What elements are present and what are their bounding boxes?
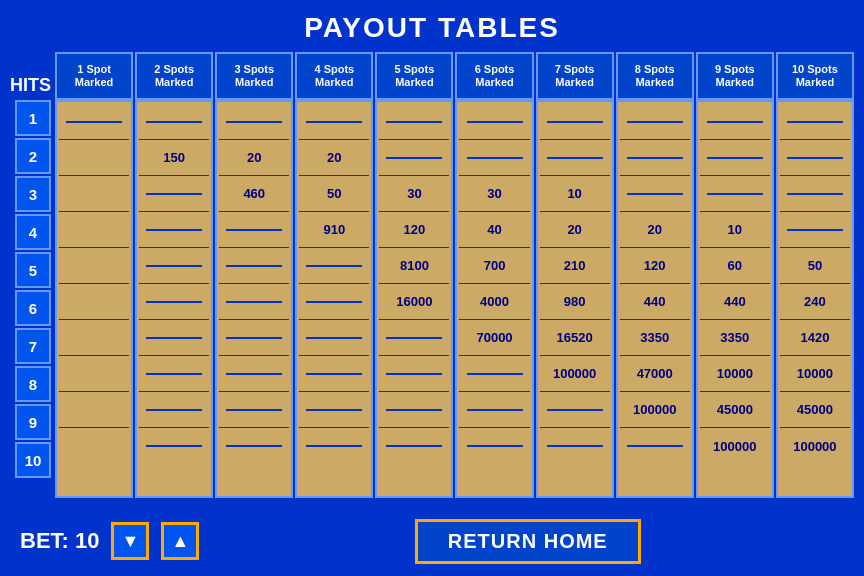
payout-cell [540,392,610,428]
payout-cell [59,104,129,140]
spots-body-10: 5024014201000045000100000 [776,100,854,498]
payout-cell [59,428,129,464]
payout-cell [139,212,209,248]
hit-cell: 10 [15,442,51,478]
hit-cell: 2 [15,138,51,174]
payout-cell [700,176,770,212]
spots-body-5: 30120810016000 [375,100,453,498]
payout-cell [299,284,369,320]
payout-cell [379,104,449,140]
payout-cell: 20 [540,212,610,248]
payout-cell [219,392,289,428]
payout-cell: 20 [219,140,289,176]
payout-cell: 20 [299,140,369,176]
payout-cell [620,176,690,212]
spots-col-10: 10 SpotsMarked5024014201000045000100000 [776,52,854,498]
payout-cell [219,212,289,248]
spots-body-4: 2050910 [295,100,373,498]
hit-cell: 5 [15,252,51,288]
payout-cell: 60 [700,248,770,284]
payout-cell [620,140,690,176]
payout-cell [540,428,610,464]
payout-cell [540,140,610,176]
payout-cell [59,212,129,248]
payout-cell [620,104,690,140]
spots-header-1: 1 SpotMarked [55,52,133,100]
payout-cell [59,140,129,176]
bet-down-button[interactable]: ▼ [111,522,149,560]
spots-header-8: 8 SpotsMarked [616,52,694,100]
spots-header-2: 2 SpotsMarked [135,52,213,100]
payout-cell [219,428,289,464]
spots-header-5: 5 SpotsMarked [375,52,453,100]
page-title: PAYOUT TABLES [0,0,864,52]
payout-cell [299,320,369,356]
spots-container: 1 SpotMarked2 SpotsMarked1503 SpotsMarke… [55,52,854,498]
spots-header-4: 4 SpotsMarked [295,52,373,100]
hit-cell: 4 [15,214,51,250]
payout-cell [299,392,369,428]
payout-cell [139,284,209,320]
payout-cell: 440 [620,284,690,320]
payout-cell [299,248,369,284]
payout-cell: 45000 [700,392,770,428]
hit-cell: 6 [15,290,51,326]
payout-cell: 3350 [620,320,690,356]
payout-cell [379,320,449,356]
spots-body-1 [55,100,133,498]
payout-cell: 30 [379,176,449,212]
payout-cell [459,140,529,176]
payout-cell [379,428,449,464]
payout-cell [139,428,209,464]
payout-cell [219,356,289,392]
payout-cell [219,248,289,284]
payout-cell: 20 [620,212,690,248]
payout-cell [139,320,209,356]
spots-body-7: 102021098016520100000 [536,100,614,498]
payout-cell [780,212,850,248]
payout-cell: 10000 [700,356,770,392]
payout-cell [379,356,449,392]
spots-col-3: 3 SpotsMarked20460 [215,52,293,498]
spots-body-9: 106044033501000045000100000 [696,100,774,498]
spots-col-9: 9 SpotsMarked106044033501000045000100000 [696,52,774,498]
payout-cell: 40 [459,212,529,248]
payout-cell [299,104,369,140]
payout-cell [139,392,209,428]
payout-cell [219,284,289,320]
payout-cell: 100000 [700,428,770,464]
payout-cell [459,392,529,428]
hit-cell: 1 [15,100,51,136]
bet-label: BET: 10 [20,528,99,554]
bet-up-button[interactable]: ▲ [161,522,199,560]
payout-cell: 45000 [780,392,850,428]
spots-body-3: 20460 [215,100,293,498]
payout-cell: 1420 [780,320,850,356]
hit-cell: 9 [15,404,51,440]
spots-header-10: 10 SpotsMarked [776,52,854,100]
payout-cell [459,356,529,392]
spots-header-7: 7 SpotsMarked [536,52,614,100]
payout-cell: 16000 [379,284,449,320]
spots-col-7: 7 SpotsMarked102021098016520100000 [536,52,614,498]
return-home-button[interactable]: RETURN HOME [415,519,641,564]
payout-cell: 700 [459,248,529,284]
payout-cell [59,392,129,428]
payout-cell: 100000 [780,428,850,464]
payout-cell [59,356,129,392]
spots-header-3: 3 SpotsMarked [215,52,293,100]
hits-cells: 12345678910 [15,100,51,480]
payout-cell: 10000 [780,356,850,392]
payout-cell: 440 [700,284,770,320]
payout-cell: 910 [299,212,369,248]
spots-col-2: 2 SpotsMarked150 [135,52,213,498]
payout-cell: 100000 [620,392,690,428]
payout-cell: 50 [299,176,369,212]
payout-cell [219,104,289,140]
payout-cell [459,428,529,464]
payout-cell [219,320,289,356]
spots-header-6: 6 SpotsMarked [455,52,533,100]
hit-cell: 3 [15,176,51,212]
payout-cell [379,140,449,176]
payout-cell [59,284,129,320]
